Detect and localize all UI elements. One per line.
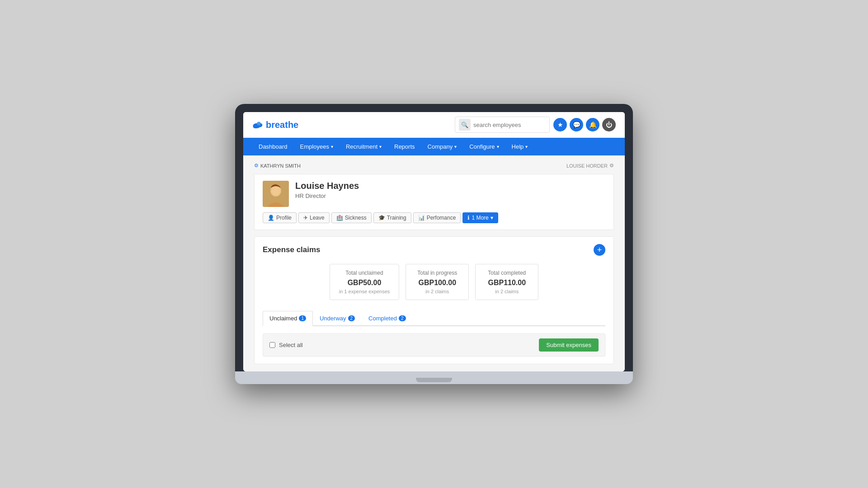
expense-section: Expense claims + Total unclaimed GBP50.0…	[254, 236, 614, 364]
search-button[interactable]: 🔍	[459, 119, 471, 131]
header-icons: ★ 💬 🔔 ⏻	[553, 118, 616, 131]
tab-underway[interactable]: Underway 2	[313, 311, 362, 325]
nav-item-company[interactable]: Company ▾	[421, 138, 463, 155]
tab-profile[interactable]: 👤 Profile	[263, 212, 297, 223]
summary-unclaimed: Total unclaimed GBP50.00 in 1 expense ex…	[330, 264, 400, 300]
training-icon: 🎓	[378, 215, 385, 221]
nav-bar: Dashboard Employees ▾ Recruitment ▾ Repo…	[243, 138, 625, 155]
configure-caret: ▾	[497, 144, 499, 149]
svg-point-3	[257, 122, 260, 126]
app-header: breathe 🔍 ★ 💬 🔔 ⏻	[243, 112, 625, 138]
leave-icon: ✈	[303, 215, 308, 221]
employees-caret: ▾	[331, 144, 333, 149]
power-icon-button[interactable]: ⏻	[602, 118, 616, 131]
tab-leave[interactable]: ✈ Leave	[298, 212, 330, 223]
svg-point-7	[271, 186, 280, 196]
completed-label: Total completed	[485, 270, 529, 276]
more-info-icon: ℹ	[467, 215, 470, 221]
completed-badge: 2	[399, 315, 406, 321]
svg-point-2	[253, 125, 258, 128]
performance-icon: 📊	[418, 215, 425, 221]
logo[interactable]: breathe	[252, 120, 298, 130]
nav-item-help[interactable]: Help ▾	[505, 138, 534, 155]
avatar-image	[263, 181, 289, 207]
chat-icon-button[interactable]: 💬	[570, 118, 583, 131]
underway-badge: 2	[348, 315, 355, 321]
breadcrumb-right: LOUISE HORDER ⚙	[566, 163, 614, 169]
unclaimed-amount: GBP50.00	[339, 279, 390, 287]
tab-more[interactable]: ℹ 1 More ▾	[462, 212, 498, 223]
select-all-label[interactable]: Select all	[279, 342, 303, 348]
expense-tabs-row: Unclaimed 1 Underway 2 Completed 2	[263, 311, 605, 326]
sickness-icon: 🏥	[336, 215, 343, 221]
employee-header: Louise Haynes HR Director	[263, 181, 605, 207]
breadcrumb-left: ⚙ KATHRYN SMITH	[254, 163, 301, 169]
unclaimed-label: Total unclaimed	[339, 270, 390, 276]
search-box: 🔍	[455, 117, 550, 133]
tab-training[interactable]: 🎓 Training	[373, 212, 411, 223]
breadcrumb-name: KATHRYN SMITH	[260, 163, 301, 169]
select-all-left: Select all	[269, 342, 303, 348]
summary-in-progress: Total in progress GBP100.00 in 2 claims	[406, 264, 469, 300]
tab-sickness[interactable]: 🏥 Sickness	[331, 212, 372, 223]
bell-icon-button[interactable]: 🔔	[586, 118, 599, 131]
profile-icon: 👤	[268, 215, 274, 221]
nav-item-dashboard[interactable]: Dashboard	[252, 138, 294, 155]
expense-title: Expense claims	[263, 245, 321, 254]
unclaimed-badge: 1	[299, 315, 306, 321]
tab-unclaimed[interactable]: Unclaimed 1	[263, 311, 313, 326]
select-all-checkbox[interactable]	[269, 342, 275, 348]
completed-amount: GBP110.00	[485, 279, 529, 287]
star-icon-button[interactable]: ★	[553, 118, 567, 131]
tab-completed[interactable]: Completed 2	[362, 311, 412, 325]
company-caret: ▾	[454, 144, 457, 149]
expense-summary: Total unclaimed GBP50.00 in 1 expense ex…	[263, 264, 605, 300]
employee-info: Louise Haynes HR Director	[295, 181, 359, 199]
in-progress-label: Total in progress	[415, 270, 459, 276]
logo-cloud-icon	[252, 121, 263, 129]
search-input[interactable]	[473, 122, 546, 128]
add-expense-button[interactable]: +	[594, 244, 605, 256]
nav-item-recruitment[interactable]: Recruitment ▾	[340, 138, 388, 155]
header-right: 🔍 ★ 💬 🔔 ⏻	[455, 117, 616, 133]
expense-header: Expense claims +	[263, 244, 605, 256]
employee-avatar	[263, 181, 289, 207]
recruitment-caret: ▾	[379, 144, 382, 149]
employee-tabs: 👤 Profile ✈ Leave 🏥 Sickness 🎓 Training	[263, 212, 605, 223]
completed-sub: in 2 claims	[485, 289, 529, 294]
tab-performance[interactable]: 📊 Perfomance	[413, 212, 461, 223]
breadcrumb-right-name: LOUISE HORDER	[566, 163, 608, 169]
more-caret-icon: ▾	[491, 215, 493, 221]
nav-item-reports[interactable]: Reports	[388, 138, 421, 155]
employee-card: Louise Haynes HR Director 👤 Profile ✈ Le…	[254, 174, 614, 230]
page-content: ⚙ KATHRYN SMITH LOUISE HORDER ⚙	[243, 155, 625, 371]
in-progress-amount: GBP100.00	[415, 279, 459, 287]
help-caret: ▾	[525, 144, 528, 149]
nav-item-employees[interactable]: Employees ▾	[294, 138, 340, 155]
unclaimed-sub: in 1 expense expenses	[339, 289, 390, 294]
select-all-bar: Select all Submit expenses	[263, 333, 605, 357]
avatar-svg	[263, 181, 289, 207]
nav-item-configure[interactable]: Configure ▾	[463, 138, 505, 155]
employee-title: HR Director	[295, 192, 359, 199]
breadcrumb: ⚙ KATHRYN SMITH LOUISE HORDER ⚙	[254, 163, 614, 169]
submit-expenses-button[interactable]: Submit expenses	[539, 338, 599, 352]
in-progress-sub: in 2 claims	[415, 289, 459, 294]
summary-completed: Total completed GBP110.00 in 2 claims	[475, 264, 538, 300]
breadcrumb-right-icon: ⚙	[609, 163, 614, 169]
employee-name: Louise Haynes	[295, 181, 359, 191]
logo-text: breathe	[266, 120, 298, 130]
breadcrumb-icon: ⚙	[254, 163, 259, 169]
